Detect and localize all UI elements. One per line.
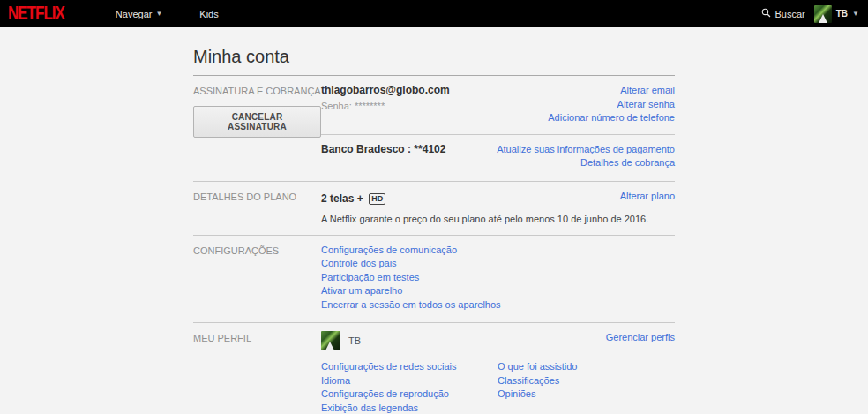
cancel-membership-button[interactable]: CANCELAR ASSINATURA bbox=[193, 106, 321, 138]
top-navbar: NETFLIX Navegar ▼ Kids Buscar TB ▼ bbox=[0, 0, 868, 27]
plan-name-wrap: 2 telas + HD bbox=[321, 190, 385, 206]
account-email: thiagobarros@globo.com bbox=[321, 84, 450, 96]
membership-heading: ASSINATURA E COBRANÇA bbox=[193, 85, 321, 97]
plan-heading: DETALHES DO PLANO bbox=[193, 190, 321, 224]
search-label: Buscar bbox=[774, 9, 804, 19]
nav-browse[interactable]: Navegar ▼ bbox=[116, 9, 163, 19]
profile-content: TB Gerenciar perfis Configurações de red… bbox=[321, 331, 675, 414]
section-settings: CONFIGURAÇÕES Configurações de comunicaç… bbox=[193, 235, 675, 323]
page-title: Minha conta bbox=[193, 47, 675, 76]
plan-price-note: A Netflix garante o preço do seu plano a… bbox=[321, 214, 675, 224]
parental-controls-link[interactable]: Controle dos pais bbox=[321, 257, 675, 271]
avatar bbox=[321, 331, 340, 350]
add-phone-link[interactable]: Adicionar número de telefone bbox=[548, 111, 675, 125]
change-password-link[interactable]: Alterar senha bbox=[548, 98, 675, 112]
social-settings-link[interactable]: Configurações de redes sociais bbox=[321, 360, 498, 374]
section-profile: MEU PERFIL TB Gerenciar perfis Configura… bbox=[193, 322, 675, 414]
chevron-down-icon: ▼ bbox=[852, 10, 859, 18]
search-button[interactable]: Buscar bbox=[761, 8, 804, 19]
change-email-link[interactable]: Alterar email bbox=[548, 84, 675, 98]
hd-badge: HD bbox=[369, 193, 385, 205]
billing-divider bbox=[321, 134, 675, 135]
navbar-right: Buscar TB ▼ bbox=[761, 5, 859, 23]
nav-kids-label: Kids bbox=[199, 9, 218, 19]
viewing-activity-link[interactable]: O que foi assistido bbox=[498, 360, 578, 374]
profile-heading: MEU PERFIL bbox=[193, 331, 321, 414]
change-plan-link[interactable]: Alterar plano bbox=[620, 190, 675, 206]
billing-links: Atualize suas informações de pagamento D… bbox=[497, 143, 675, 170]
nav-browse-label: Navegar bbox=[116, 9, 153, 19]
search-icon bbox=[761, 8, 771, 19]
account-links: Alterar email Alterar senha Adicionar nú… bbox=[548, 84, 675, 125]
communication-settings-link[interactable]: Configurações de comunicação bbox=[321, 244, 675, 258]
billing-row: Banco Bradesco : **4102 Atualize suas in… bbox=[321, 143, 675, 170]
subtitle-settings-link[interactable]: Exibição das legendas bbox=[321, 402, 498, 414]
avatar bbox=[814, 5, 832, 23]
activate-device-link[interactable]: Ativar um aparelho bbox=[321, 284, 675, 298]
profile-links-right: O que foi assistido Classificações Opini… bbox=[498, 360, 578, 414]
manage-profiles-link[interactable]: Gerenciar perfis bbox=[606, 331, 675, 345]
membership-content: thiagobarros@globo.com Senha: ******** A… bbox=[321, 84, 675, 170]
playback-settings-link[interactable]: Configurações de reprodução bbox=[321, 388, 498, 402]
plan-content: 2 telas + HD Alterar plano A Netflix gar… bbox=[321, 190, 675, 224]
section-membership: ASSINATURA E COBRANÇA CANCELAR ASSINATUR… bbox=[193, 76, 675, 181]
account-password: Senha: ******** bbox=[321, 101, 450, 111]
settings-content: Configurações de comunicação Controle do… bbox=[321, 244, 675, 312]
profile-identity: TB bbox=[321, 331, 361, 350]
ratings-link[interactable]: Classificações bbox=[498, 374, 578, 388]
update-payment-link[interactable]: Atualize suas informações de pagamento bbox=[497, 143, 675, 157]
profile-row: TB Gerenciar perfis bbox=[321, 331, 675, 350]
plan-name: 2 telas + bbox=[321, 192, 363, 205]
netflix-logo[interactable]: NETFLIX bbox=[8, 3, 64, 25]
payment-method: Banco Bradesco : **4102 bbox=[321, 143, 445, 170]
profile-name: TB bbox=[348, 335, 361, 346]
signout-all-devices-link[interactable]: Encerrar a sessão em todos os aparelhos bbox=[321, 298, 675, 312]
nav-items: Navegar ▼ Kids bbox=[116, 9, 219, 19]
account-page: Minha conta ASSINATURA E COBRANÇA CANCEL… bbox=[193, 27, 675, 414]
settings-heading: CONFIGURAÇÕES bbox=[193, 244, 321, 312]
test-participation-link[interactable]: Participação em testes bbox=[321, 271, 675, 285]
profile-menu[interactable]: TB ▼ bbox=[814, 5, 859, 23]
account-info-row: thiagobarros@globo.com Senha: ******** A… bbox=[321, 84, 675, 125]
plan-row: 2 telas + HD Alterar plano bbox=[321, 190, 675, 206]
membership-column: ASSINATURA E COBRANÇA CANCELAR ASSINATUR… bbox=[193, 84, 321, 170]
profile-links: Configurações de redes sociais Idioma Co… bbox=[321, 360, 675, 414]
account-credentials: thiagobarros@globo.com Senha: ******** bbox=[321, 84, 450, 125]
billing-details-link[interactable]: Detalhes de cobrança bbox=[497, 156, 675, 170]
language-link[interactable]: Idioma bbox=[321, 374, 498, 388]
chevron-down-icon: ▼ bbox=[155, 10, 162, 18]
section-plan: DETALHES DO PLANO 2 telas + HD Alterar p… bbox=[193, 181, 675, 235]
profile-name: TB bbox=[836, 9, 848, 19]
nav-kids[interactable]: Kids bbox=[199, 9, 218, 19]
reviews-link[interactable]: Opiniões bbox=[498, 388, 578, 402]
profile-links-left: Configurações de redes sociais Idioma Co… bbox=[321, 360, 498, 414]
